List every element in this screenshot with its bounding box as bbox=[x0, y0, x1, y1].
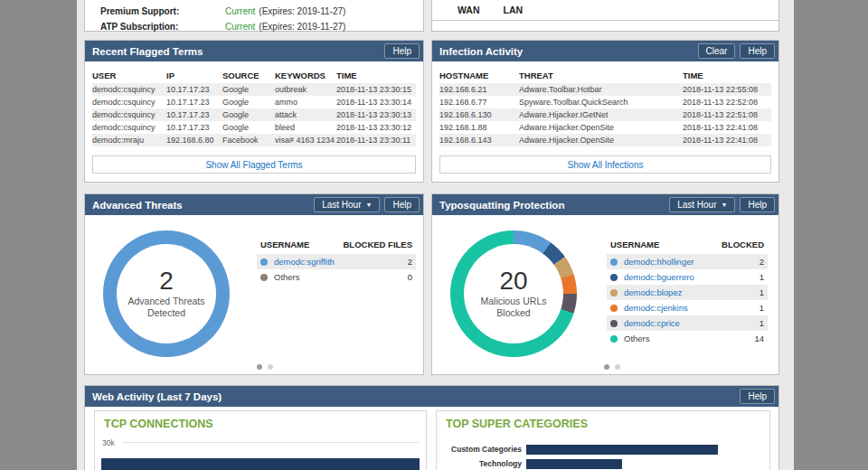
table-cell: 192.168.6.80 bbox=[166, 136, 222, 145]
pagination-dot[interactable] bbox=[268, 364, 273, 370]
legend-row[interactable]: demodc:sgriffith2 bbox=[257, 254, 416, 269]
table-cell: 2018-11-13 22:41:08 bbox=[683, 123, 771, 132]
legend-username[interactable]: demodc:bguerrero bbox=[624, 272, 760, 282]
legend-value: 1 bbox=[760, 287, 764, 297]
period-dropdown[interactable]: Last Hour▼ bbox=[314, 197, 380, 212]
column-header: USERNAME bbox=[610, 240, 659, 254]
help-button[interactable]: Help bbox=[740, 43, 775, 59]
advanced-threats-legend-head: USERNAMEBLOCKED FILES bbox=[257, 240, 416, 254]
legend-row[interactable]: demodc:hhollinger2 bbox=[607, 254, 768, 269]
table-row[interactable]: 192.168.1.88Adware.Hijacker.OpenSite2018… bbox=[439, 121, 771, 134]
table-cell: Google bbox=[222, 98, 275, 107]
table-row[interactable]: demodc:csquincy10.17.17.23Googlebleed201… bbox=[92, 121, 416, 134]
desktop-background: Premium Support:Current(Expires: 2019-11… bbox=[0, 0, 868, 470]
table-cell: ammo bbox=[275, 98, 336, 107]
legend-color-dot bbox=[610, 335, 618, 343]
panel-title: Advanced Threats bbox=[92, 200, 309, 211]
tab-lan[interactable]: LAN bbox=[504, 5, 524, 20]
pagination-dot[interactable] bbox=[604, 364, 609, 370]
column-header: TIME bbox=[336, 70, 416, 80]
super-categories-bars: Custom CategoriesTechnology bbox=[437, 442, 769, 470]
table-cell: Google bbox=[222, 110, 275, 119]
tcp-connections-section: TCP CONNECTIONS 30k bbox=[94, 410, 427, 470]
table-row[interactable]: 192.168.6.21Adware.Toolbar.Hotbar2018-11… bbox=[439, 83, 771, 96]
period-dropdown[interactable]: Last Hour▼ bbox=[669, 197, 735, 212]
typosquatting-legend-head: USERNAMEBLOCKED bbox=[607, 240, 768, 254]
chevron-down-icon: ▼ bbox=[721, 198, 727, 212]
legend-username[interactable]: demodc:hhollinger bbox=[624, 257, 760, 267]
show-all-infections-box: Show All Infections bbox=[439, 155, 771, 174]
table-cell: 2018-11-13 23:30:13 bbox=[336, 110, 416, 119]
table-cell: 10.17.17.23 bbox=[166, 85, 222, 94]
legend-row[interactable]: demodc:bguerrero1 bbox=[607, 269, 768, 285]
table-cell: 192.168.6.143 bbox=[439, 136, 519, 145]
table-row[interactable]: demodc:csquincy10.17.17.23Googleoutbreak… bbox=[92, 83, 416, 96]
legend-value: 2 bbox=[760, 257, 764, 267]
clear-button[interactable]: Clear bbox=[698, 43, 736, 59]
typosquatting-donut[interactable]: 20 Malicious URLs Blocked bbox=[450, 230, 577, 357]
tcp-area-chart bbox=[101, 458, 420, 470]
help-button[interactable]: Help bbox=[740, 197, 775, 212]
legend-color-dot bbox=[610, 258, 618, 266]
show-all-infections-link[interactable]: Show All Infections bbox=[568, 160, 644, 170]
web-activity-panel: Web Activity (Last 7 Days) Help TCP CONN… bbox=[84, 385, 779, 470]
bar-label: Custom Categories bbox=[442, 445, 522, 454]
legend-row[interactable]: Others14 bbox=[607, 331, 768, 346]
advanced-threats-panel: Advanced Threats Last Hour▼ Help 2 Advan… bbox=[84, 193, 424, 375]
legend-row[interactable]: demodc:cprice1 bbox=[607, 315, 768, 331]
chart-title: TOP SUPER CATEGORIES bbox=[437, 411, 769, 433]
column-header: USERNAME bbox=[260, 240, 309, 254]
table-cell: Facebook bbox=[222, 136, 275, 145]
legend-username[interactable]: demodc:cjenkins bbox=[624, 303, 760, 313]
y-axis-tick: 30k bbox=[102, 438, 115, 447]
infections-head: HOSTNAMETHREATTIME bbox=[439, 67, 771, 83]
legend-row[interactable]: Others0 bbox=[257, 269, 416, 285]
legend-username[interactable]: demodc:cprice bbox=[624, 318, 760, 328]
table-cell: outbreak bbox=[275, 85, 336, 94]
legend-row[interactable]: demodc:cjenkins1 bbox=[607, 300, 768, 315]
pagination-dot[interactable] bbox=[615, 364, 620, 370]
bar-row: Custom Categories bbox=[437, 442, 769, 456]
gridline bbox=[122, 442, 419, 443]
help-button[interactable]: Help bbox=[384, 197, 420, 212]
tab-wan[interactable]: WAN bbox=[458, 5, 480, 20]
help-button[interactable]: Help bbox=[384, 43, 420, 59]
typosquatting-header: Typosquatting Protection Last Hour▼ Help bbox=[432, 194, 778, 215]
table-cell: 10.17.17.23 bbox=[166, 98, 222, 107]
table-cell: bleed bbox=[275, 123, 336, 132]
help-button[interactable]: Help bbox=[740, 389, 775, 404]
advanced-threats-donut[interactable]: 2 Advanced Threats Detected bbox=[103, 230, 230, 357]
flagged-terms-head: USERIPSOURCEKEYWORDSTIME bbox=[92, 67, 416, 83]
table-row[interactable]: demodc:csquincy10.17.17.23Googleammo2018… bbox=[92, 96, 416, 108]
subscription-rows: Premium Support:Current(Expires: 2019-11… bbox=[85, 0, 423, 34]
panel-title: Web Activity (Last 7 Days) bbox=[92, 391, 735, 402]
table-cell: demodc:csquincy bbox=[92, 110, 166, 119]
legend-row[interactable]: demodc:blopez1 bbox=[607, 285, 768, 300]
table-row[interactable]: 192.168.6.130Adware.Hijacker.IGetNet2018… bbox=[439, 108, 771, 121]
pagination-dot[interactable] bbox=[257, 364, 262, 370]
show-all-flagged-link[interactable]: Show All Flagged Terms bbox=[205, 160, 302, 170]
bar-track bbox=[526, 459, 760, 469]
column-header: TIME bbox=[683, 70, 771, 80]
table-row[interactable]: 192.168.6.77Spyware.Toolbar.QuickSearch2… bbox=[439, 96, 771, 108]
subscription-expires: (Expires: 2019-11-27) bbox=[259, 6, 345, 16]
subscription-row: ATP Subscription:Current(Expires: 2019-1… bbox=[85, 19, 423, 34]
legend-username[interactable]: demodc:blopez bbox=[624, 287, 760, 297]
legend-username[interactable]: demodc:sgriffith bbox=[274, 257, 408, 267]
flagged-terms-header: Recent Flagged Terms Help bbox=[85, 41, 423, 61]
table-cell: Google bbox=[222, 85, 275, 94]
legend-color-dot bbox=[610, 289, 618, 296]
column-header: IP bbox=[166, 70, 222, 80]
table-cell: visa# 4163 1234 1 bbox=[275, 136, 336, 145]
advanced-threats-header: Advanced Threats Last Hour▼ Help bbox=[85, 194, 423, 215]
table-cell: 10.17.17.23 bbox=[166, 123, 222, 132]
subscription-status: Current bbox=[225, 22, 255, 32]
web-activity-header: Web Activity (Last 7 Days) Help bbox=[85, 386, 778, 407]
table-row[interactable]: demodc:csquincy10.17.17.23Googleattack20… bbox=[92, 108, 416, 121]
table-row[interactable]: 192.168.6.143Adware.Hijacker.OpenSite201… bbox=[439, 134, 771, 146]
table-cell: 192.168.6.130 bbox=[439, 110, 519, 119]
typosquatting-legend-body: demodc:hhollinger2demodc:bguerrero1demod… bbox=[607, 254, 768, 346]
table-cell: 2018-11-13 23:30:15 bbox=[336, 85, 416, 94]
table-row[interactable]: demodc:mraju192.168.6.80Facebookvisa# 41… bbox=[92, 134, 416, 146]
bar-row: Technology bbox=[437, 456, 769, 470]
